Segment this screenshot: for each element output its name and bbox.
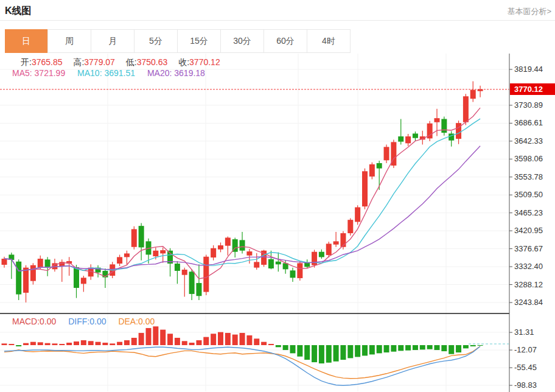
macd-bar (59, 344, 65, 345)
macd-bar (45, 343, 51, 345)
ohlc-legend: 开:3765.85 高:3779.07 低:3750.63 收:3770.12 (21, 57, 229, 68)
macd-bar (146, 328, 152, 345)
candle (74, 267, 79, 288)
candle (240, 240, 245, 250)
macd-bar (240, 333, 245, 345)
candle (398, 136, 403, 142)
macd-bar (196, 340, 201, 345)
macd-legend: MACD:0.00 DIFF:0.00 DEA:0.00 (12, 317, 164, 326)
candle (369, 164, 375, 177)
macd-bar (319, 345, 324, 363)
low-value: 3750.63 (137, 57, 168, 67)
interval-tab-bar: 日周月5分15分30分60分4时 (5, 29, 351, 53)
candle (384, 147, 389, 160)
low-label: 低: (126, 57, 137, 67)
macd-bar (30, 342, 36, 345)
candles (2, 82, 483, 303)
macd-bar (139, 333, 144, 345)
tab-15分[interactable]: 15分 (178, 30, 221, 52)
macd-bar (218, 332, 223, 345)
tab-60分[interactable]: 60分 (264, 30, 307, 52)
candle (435, 118, 440, 122)
axis-tick-label: 3509.50 (514, 190, 553, 200)
macd-bar (355, 345, 360, 357)
tab-日[interactable]: 日 (5, 29, 48, 53)
macd-bar (254, 338, 259, 345)
candle (81, 278, 86, 284)
candle (268, 259, 274, 268)
ma20-value: MA20: 3619.18 (147, 68, 205, 78)
candle (203, 257, 209, 292)
macd-bar (456, 345, 461, 352)
macd-bar (38, 342, 43, 345)
candle (297, 263, 302, 278)
candle (16, 262, 21, 295)
macd-bar (96, 342, 101, 345)
diff-value: DIFF:0.00 (68, 317, 106, 326)
macd-bar (297, 345, 302, 357)
candle (2, 259, 7, 265)
fundamental-analysis-link[interactable]: 基本面分析> (507, 6, 551, 17)
candle (124, 253, 130, 257)
axis-tick-label: 3686.61 (514, 118, 553, 128)
axis-tick-label: 3243.84 (514, 298, 553, 307)
macd-bar (362, 345, 368, 355)
candle (377, 163, 382, 169)
candle (347, 220, 353, 233)
tab-周[interactable]: 周 (48, 30, 91, 52)
macd-bar (124, 340, 130, 345)
kline-chart-canvas[interactable] (0, 54, 555, 392)
current-price-value: 3770.12 (514, 85, 543, 94)
macd-bar (304, 345, 310, 360)
macd-bar (211, 334, 216, 345)
macd-bar (312, 345, 317, 362)
macd-bar (88, 341, 94, 345)
macd-bar (441, 345, 447, 351)
candle (38, 259, 43, 267)
macd-bar (268, 344, 274, 345)
current-price-tag: 3770.12 (510, 83, 555, 95)
axis-tick-label: 31.31 (514, 327, 553, 337)
macd-bar (189, 343, 195, 345)
high-label: 高: (73, 57, 84, 67)
macd-bar (203, 337, 209, 345)
macd-bar (478, 345, 483, 346)
axis-tick-label: 3376.67 (514, 244, 553, 254)
open-label: 开: (21, 57, 32, 67)
macd-bar (175, 338, 180, 345)
axis-tick-label: 3420.95 (514, 226, 553, 236)
macd-bar (340, 345, 346, 360)
candle (30, 265, 36, 281)
macd-bar (384, 345, 389, 352)
tab-5分[interactable]: 5分 (134, 30, 178, 52)
macd-bar (246, 335, 252, 345)
macd-bar (470, 345, 476, 346)
axis-tick-label: 3288.12 (514, 280, 553, 290)
tab-月[interactable]: 月 (91, 30, 134, 52)
macd-bar (333, 345, 339, 362)
candle (45, 259, 51, 267)
macd-bar (167, 334, 173, 345)
candle (175, 264, 180, 271)
candle (478, 89, 483, 91)
candle (23, 268, 29, 293)
candle (470, 90, 476, 99)
axis-tick-label: 3465.23 (514, 208, 553, 218)
macd-bar (405, 345, 411, 351)
dea-value: DEA:0.00 (118, 317, 155, 326)
macd-bar (23, 343, 29, 345)
candle (441, 119, 447, 133)
candle (131, 229, 137, 247)
axis-tick-label: 3553.78 (514, 172, 553, 182)
tab-4时[interactable]: 4时 (307, 30, 350, 52)
macd-bar (131, 338, 137, 345)
candle (182, 270, 187, 275)
candle (225, 237, 231, 245)
candle (456, 123, 461, 139)
macd-bar (2, 343, 7, 345)
macd-bar (427, 345, 433, 349)
candle (463, 96, 469, 122)
tab-30分[interactable]: 30分 (221, 30, 264, 52)
close-label: 收: (178, 57, 189, 67)
macd-bar (276, 345, 281, 347)
